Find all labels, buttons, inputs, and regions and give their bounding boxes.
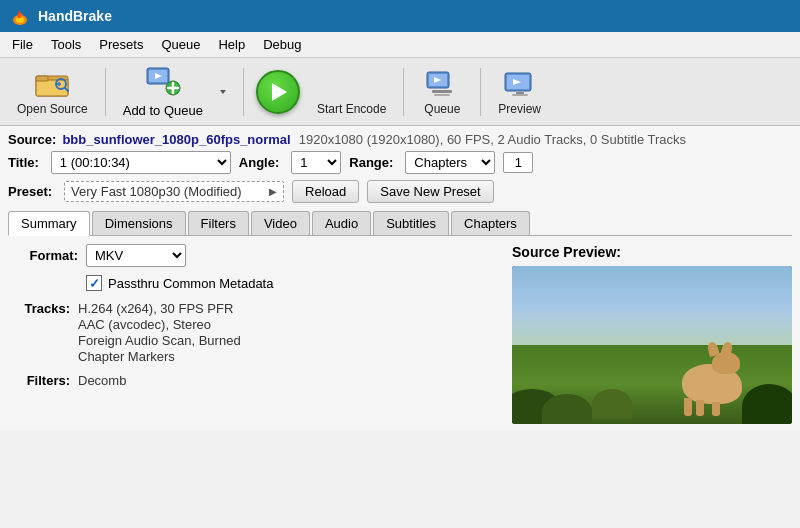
- filters-value: Decomb: [78, 373, 126, 388]
- deer-ear-left: [706, 341, 719, 357]
- menu-file[interactable]: File: [4, 35, 41, 54]
- menu-queue[interactable]: Queue: [153, 35, 208, 54]
- range-select[interactable]: Chapters: [405, 151, 495, 174]
- tabs-bar: Summary Dimensions Filters Video Audio S…: [8, 211, 792, 236]
- open-source-button[interactable]: Open Source: [8, 63, 97, 121]
- queue-icon: [424, 68, 460, 98]
- preset-row: Preset: Very Fast 1080p30 (Modified) ▶ R…: [8, 180, 792, 203]
- title-field-label: Title:: [8, 155, 39, 170]
- menu-debug[interactable]: Debug: [255, 35, 309, 54]
- app-logo-icon: [10, 6, 30, 26]
- save-new-preset-button[interactable]: Save New Preset: [367, 180, 493, 203]
- title-select[interactable]: 1 (00:10:34): [51, 151, 231, 174]
- queue-button[interactable]: Queue: [412, 63, 472, 121]
- preview-label: Preview: [498, 102, 541, 116]
- format-label: Format:: [8, 248, 78, 263]
- add-to-queue-label: Add to Queue: [123, 103, 203, 118]
- toolbar-sep-4: [480, 68, 481, 116]
- toolbar-sep-3: [403, 68, 404, 116]
- source-line: Source: bbb_sunflower_1080p_60fps_normal…: [8, 132, 792, 147]
- preset-field-label: Preset:: [8, 184, 52, 199]
- preset-value-text: Very Fast 1080p30 (Modified): [71, 184, 242, 199]
- foliage-4: [592, 389, 632, 419]
- tab-chapters[interactable]: Chapters: [451, 211, 530, 235]
- deer-leg-1: [684, 398, 692, 416]
- tab-subtitles[interactable]: Subtitles: [373, 211, 449, 235]
- toolbar-sep-2: [243, 68, 244, 116]
- start-encode-icon: [334, 68, 370, 98]
- menu-tools[interactable]: Tools: [43, 35, 89, 54]
- deer-leg-3: [712, 402, 720, 416]
- start-encode-label: Start Encode: [317, 102, 386, 116]
- svg-marker-15: [220, 90, 226, 94]
- foliage-3: [742, 384, 792, 424]
- track-item-3: Chapter Markers: [78, 349, 500, 364]
- tracks-label: Tracks:: [8, 301, 78, 365]
- title-row: Title: 1 (00:10:34) Angle: 1 Range: Chap…: [8, 151, 792, 174]
- menu-help[interactable]: Help: [210, 35, 253, 54]
- menu-presets[interactable]: Presets: [91, 35, 151, 54]
- svg-rect-20: [434, 94, 450, 96]
- foliage-2: [542, 394, 592, 424]
- tab-filters[interactable]: Filters: [188, 211, 249, 235]
- range-start-input[interactable]: [503, 152, 533, 173]
- source-info: 1920x1080 (1920x1080), 60 FPS, 2 Audio T…: [299, 132, 686, 147]
- open-source-label: Open Source: [17, 102, 88, 116]
- format-select[interactable]: MKV MP4 WebM: [86, 244, 186, 267]
- preview-button[interactable]: Preview: [489, 63, 550, 121]
- source-preview-label: Source Preview:: [512, 244, 792, 260]
- preview-panel: Source Preview:: [512, 244, 792, 424]
- preset-selector[interactable]: Very Fast 1080p30 (Modified) ▶: [64, 181, 284, 202]
- tab-summary[interactable]: Summary: [8, 211, 90, 236]
- toolbar: Open Source Add to Queue: [0, 58, 800, 126]
- open-source-icon: [34, 68, 70, 98]
- queue-label: Queue: [424, 102, 460, 116]
- passthrough-row: ✓ Passthru Common Metadata: [86, 275, 500, 291]
- source-label: Source:: [8, 132, 56, 147]
- format-row: Format: MKV MP4 WebM: [8, 244, 500, 267]
- track-item-2: Foreign Audio Scan, Burned: [78, 333, 500, 348]
- angle-select[interactable]: 1: [291, 151, 341, 174]
- filters-label: Filters:: [8, 373, 78, 388]
- main-panel: Format: MKV MP4 WebM ✓ Passthru Common M…: [8, 244, 792, 424]
- range-field-label: Range:: [349, 155, 393, 170]
- tracks-list: H.264 (x264), 30 FPS PFR AAC (avcodec), …: [78, 301, 500, 365]
- deer-leg-2: [696, 400, 704, 416]
- preview-image: [512, 266, 792, 424]
- add-to-queue-split-button[interactable]: Add to Queue: [114, 63, 235, 121]
- add-to-queue-dropdown-arrow[interactable]: [211, 63, 235, 121]
- svg-rect-19: [432, 90, 452, 93]
- start-encode-play-button[interactable]: [256, 70, 300, 114]
- preview-icon: [502, 68, 538, 98]
- track-item-1: AAC (avcodec), Stereo: [78, 317, 500, 332]
- play-triangle-icon: [272, 83, 287, 101]
- menu-bar: File Tools Presets Queue Help Debug: [0, 32, 800, 58]
- content-area: Source: bbb_sunflower_1080p_60fps_normal…: [0, 126, 800, 430]
- passthrough-checkbox[interactable]: ✓: [86, 275, 102, 291]
- start-encode-button[interactable]: Start Encode: [308, 63, 395, 121]
- summary-panel: Format: MKV MP4 WebM ✓ Passthru Common M…: [8, 244, 500, 424]
- tab-dimensions[interactable]: Dimensions: [92, 211, 186, 235]
- add-to-queue-icon: [145, 66, 181, 99]
- reload-button[interactable]: Reload: [292, 180, 359, 203]
- toolbar-sep-1: [105, 68, 106, 116]
- tracks-section: Tracks: H.264 (x264), 30 FPS PFR AAC (av…: [8, 301, 500, 365]
- angle-field-label: Angle:: [239, 155, 279, 170]
- preset-arrow-icon: ▶: [269, 186, 277, 197]
- svg-rect-25: [512, 94, 528, 96]
- tab-audio[interactable]: Audio: [312, 211, 371, 235]
- app-title: HandBrake: [38, 8, 112, 24]
- add-to-queue-button[interactable]: Add to Queue: [114, 63, 211, 121]
- passthrough-label: Passthru Common Metadata: [108, 276, 273, 291]
- tab-video[interactable]: Video: [251, 211, 310, 235]
- track-item-0: H.264 (x264), 30 FPS PFR: [78, 301, 500, 316]
- filters-section: Filters: Decomb: [8, 373, 500, 388]
- source-filename: bbb_sunflower_1080p_60fps_normal: [62, 132, 290, 147]
- title-bar: HandBrake: [0, 0, 800, 32]
- svg-rect-4: [36, 76, 48, 81]
